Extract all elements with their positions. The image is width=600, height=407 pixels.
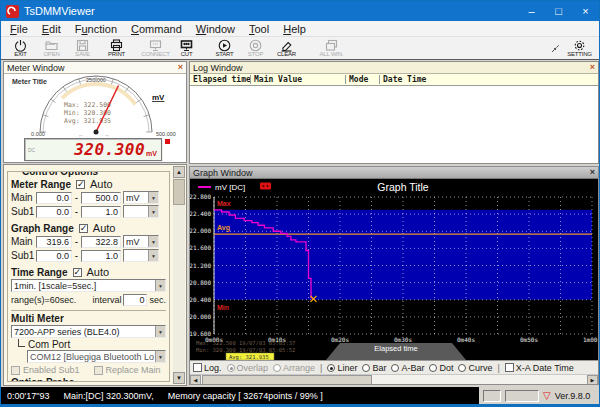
- graph-range-sub-from-input[interactable]: 0.0: [36, 250, 72, 262]
- radio-icon[interactable]: [429, 364, 437, 372]
- log-column-main-value[interactable]: Main Value: [250, 75, 345, 84]
- menu-window[interactable]: Window: [189, 22, 242, 36]
- stop-button[interactable]: STOP: [240, 37, 271, 59]
- arrange-radio[interactable]: Arrange: [273, 363, 315, 373]
- interval-input[interactable]: 0: [123, 294, 147, 306]
- radio-icon[interactable]: [227, 364, 235, 372]
- app-title: TsDMMViewer: [24, 5, 518, 17]
- gauge-svg: Meter Title 250.000 0.000 500.000 mV Max…: [4, 74, 187, 138]
- arrange-radio-label: Arrange: [283, 363, 315, 373]
- time-range-auto-checkbox[interactable]: [73, 268, 82, 277]
- log-window-close-icon[interactable]: ×: [590, 63, 595, 72]
- bar-radio[interactable]: Bar: [362, 363, 386, 373]
- close-icon[interactable]: ×: [572, 1, 599, 21]
- maximize-icon[interactable]: □: [545, 1, 572, 21]
- time-range-select[interactable]: 1min. [1scale=5sec.]▼: [11, 279, 166, 292]
- log-column-elapsed-time[interactable]: Elapsed time: [190, 75, 250, 84]
- radio-icon[interactable]: [458, 364, 466, 372]
- menu-help[interactable]: Help: [276, 22, 313, 36]
- com-port-value: COM12 [Bluegiga Bluetooth Lo: [28, 351, 155, 362]
- status-readout: 0:00'17"93 Main:[DC] 320.300mV, Memory c…: [1, 387, 479, 405]
- svg-text:320.400: 320.400: [190, 296, 211, 303]
- com-port-select[interactable]: COM12 [Bluegiga Bluetooth Lo▼: [27, 350, 166, 363]
- graph-scrollbar-thumb[interactable]: [202, 375, 372, 385]
- graph-range-main-unit-value: mV: [124, 236, 148, 247]
- open-button[interactable]: OPEN: [36, 37, 67, 59]
- setting-button[interactable]: SETTING: [564, 37, 595, 59]
- meter-range-sub-from-input[interactable]: 0.0: [36, 206, 72, 218]
- log-checkbox-label: Log.: [204, 363, 222, 373]
- dot-radio[interactable]: Dot: [429, 363, 453, 373]
- scroll-down-icon[interactable]: ▼: [173, 372, 185, 384]
- liner-radio[interactable]: Liner: [327, 363, 357, 373]
- toolbar-label: CONNECT: [141, 51, 169, 57]
- probe-connector-button[interactable]: [546, 37, 564, 59]
- tree-connector: [18, 339, 25, 347]
- log-checkbox[interactable]: Log.: [193, 363, 222, 373]
- radio-icon[interactable]: [327, 364, 335, 372]
- multi-meter-select[interactable]: 7200-APP series (BLE4.0)▼: [11, 325, 166, 338]
- overlap-radio[interactable]: Overlap: [227, 363, 269, 373]
- curve-radio[interactable]: Curve: [458, 363, 492, 373]
- radio-icon[interactable]: [391, 364, 399, 372]
- checkbox-icon[interactable]: [505, 363, 514, 372]
- menu-edit[interactable]: Edit: [35, 22, 68, 36]
- enabled-sub1-checkbox[interactable]: [11, 366, 20, 375]
- save-button[interactable]: SAVE: [67, 37, 98, 59]
- log-column-date-time[interactable]: Date Time: [379, 75, 598, 84]
- meter-window-close-icon[interactable]: ×: [178, 63, 183, 72]
- menu-tool[interactable]: Tool: [242, 22, 276, 36]
- menu-file[interactable]: File: [3, 22, 35, 36]
- scroll-right-icon[interactable]: ▶: [587, 375, 598, 385]
- connect-button[interactable]: CONNECT: [140, 37, 171, 59]
- graph-range-main-from-input[interactable]: 319.6: [36, 236, 72, 248]
- minimize-icon[interactable]: –: [518, 1, 545, 21]
- graph-window-close-icon[interactable]: ×: [590, 168, 595, 177]
- replace-main-checkbox[interactable]: [94, 366, 103, 375]
- checkbox-icon[interactable]: [193, 363, 202, 372]
- svg-text:1m00s: 1m00s: [583, 336, 598, 343]
- cut-button[interactable]: CUT: [171, 37, 202, 59]
- radio-icon[interactable]: [273, 364, 281, 372]
- allwin-button[interactable]: ALL WIN.: [316, 37, 347, 59]
- menu-command[interactable]: Command: [124, 22, 189, 36]
- start-button[interactable]: START: [209, 37, 240, 59]
- meter-range-main-to-input[interactable]: 500.0: [81, 192, 121, 204]
- graph-range-main-label: Main: [11, 236, 36, 247]
- graph-annotation-max: Max: [217, 200, 231, 207]
- graph-range-auto-checkbox[interactable]: [79, 224, 88, 233]
- app-logo-icon: [6, 5, 19, 18]
- graph-window-title: Graph Window: [193, 168, 590, 178]
- meter-range-main-unit-select[interactable]: mV▼: [123, 191, 159, 204]
- time-range-info: range(s)=60sec.: [11, 295, 76, 305]
- scroll-left-icon[interactable]: ◀: [190, 375, 201, 385]
- graph-range-auto-label: Auto: [93, 222, 116, 234]
- replace-main-label: Replace Main: [106, 365, 161, 375]
- print-button[interactable]: PRINT: [101, 37, 132, 59]
- chevron-down-icon: ▼: [148, 236, 158, 247]
- graph-range-main-unit-select[interactable]: mV▼: [123, 235, 159, 248]
- exit-button[interactable]: EXIT: [5, 37, 36, 59]
- gauge-stat-max: Max: 322.500: [64, 101, 111, 109]
- meter-range-sub-unit-select[interactable]: ▼: [123, 205, 159, 218]
- time-range-section: Time Range Auto: [11, 266, 166, 278]
- meter-range-main-from-input[interactable]: 0.0: [36, 192, 72, 204]
- clear-button[interactable]: CLEAR: [271, 37, 302, 59]
- control-scrollbar-thumb[interactable]: [173, 179, 185, 205]
- graph-range-sub-unit-select[interactable]: ▼: [123, 249, 159, 262]
- radio-icon[interactable]: [362, 364, 370, 372]
- xa-date-time-checkbox[interactable]: X-A Date Time: [505, 363, 574, 373]
- status-bar: 0:00'17"93 Main:[DC] 320.300mV, Memory c…: [1, 387, 599, 405]
- a-bar-radio[interactable]: A-Bar: [391, 363, 424, 373]
- gauge-title: Meter Title: [12, 78, 47, 85]
- menu-function[interactable]: Function: [68, 22, 124, 36]
- scroll-up-icon[interactable]: ▲: [173, 166, 185, 178]
- meter-range-auto-checkbox[interactable]: [76, 180, 85, 189]
- graph-range-sub-to-input[interactable]: 1.0: [81, 250, 121, 262]
- graph-range-main-to-input[interactable]: 322.8: [81, 236, 121, 248]
- graph-horizontal-scrollbar[interactable]: ◀ ▶: [190, 374, 598, 385]
- meter-range-sub-to-input[interactable]: 1.0: [81, 206, 121, 218]
- meter-range-main-label: Main: [11, 192, 36, 203]
- log-column-mode[interactable]: Mode: [345, 75, 379, 84]
- meter-window-title: Meter Window: [7, 63, 178, 73]
